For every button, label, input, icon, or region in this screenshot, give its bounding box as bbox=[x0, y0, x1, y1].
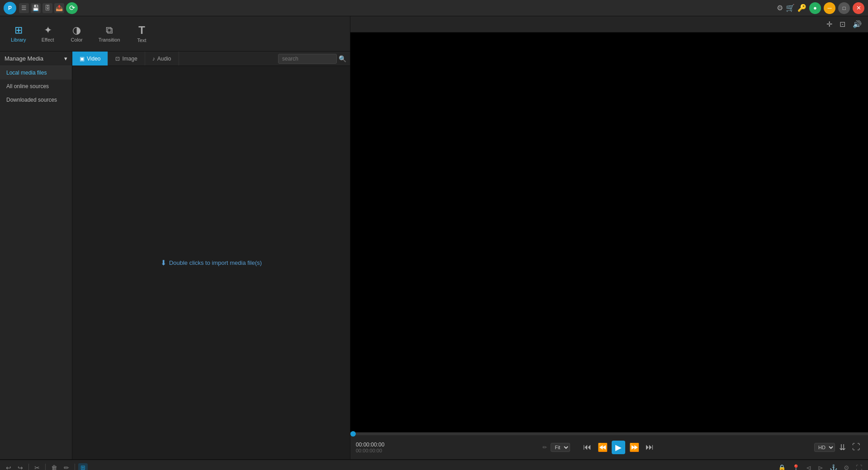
toolbar-library[interactable]: ⊞ Library bbox=[5, 23, 33, 45]
prev-frame-icon[interactable]: ⏪ bbox=[595, 442, 610, 453]
save-icon[interactable]: 💾 bbox=[31, 3, 41, 13]
timeline-anchor-icon[interactable]: ⚓ bbox=[827, 463, 840, 470]
update-icon[interactable]: ⟳ bbox=[66, 2, 78, 14]
text-icon: T bbox=[138, 25, 145, 36]
manage-media-header[interactable]: Manage Media ▾ bbox=[0, 52, 72, 66]
content-area: ▣ Video ⊡ Image ♪ Audio 🔍 bbox=[72, 52, 350, 459]
preview-canvas bbox=[350, 33, 868, 432]
tab-video[interactable]: ▣ Video bbox=[72, 52, 108, 66]
toolbar-text[interactable]: T Text bbox=[128, 22, 156, 46]
search-area: 🔍 bbox=[278, 54, 350, 64]
right-panel: ✛ ⊡ 🔊 00:00:00:00 00:00:00:00 ✏ Fit ⏮ bbox=[350, 16, 868, 459]
play-button[interactable]: ▶ bbox=[612, 441, 625, 454]
toolbar-color[interactable]: ◑ Color bbox=[63, 23, 90, 45]
left-panel: ⊞ Library ✦ Effect ◑ Color ⧉ Transition … bbox=[0, 16, 350, 459]
video-tab-icon: ▣ bbox=[80, 56, 85, 62]
volume-tool-icon[interactable]: 🔊 bbox=[851, 19, 863, 29]
audio-tab-icon: ♪ bbox=[152, 56, 155, 62]
timeline-toolbar: ↩ ↪ ✂ 🗑 ✏ ⊞ 🔒 📍 ⊲ ⊳ ⚓ ⚙ ⛶ bbox=[0, 460, 868, 470]
sidebar-item-downloaded[interactable]: Downloaded sources bbox=[0, 93, 72, 107]
timeline-fullscreen-icon[interactable]: ⛶ bbox=[854, 463, 864, 470]
toolbar: ⊞ Library ✦ Effect ◑ Color ⧉ Transition … bbox=[0, 16, 350, 52]
minimize-button[interactable]: ─ bbox=[824, 2, 835, 14]
settings-icon[interactable]: ⚙ bbox=[777, 4, 783, 12]
titlebar: P ☰ 💾 🗄 📤 ⟳ ⚙ 🛒 🔑 ● ─ □ ✕ bbox=[0, 0, 868, 16]
chevron-down-icon: ▾ bbox=[64, 55, 67, 62]
maximize-button[interactable]: □ bbox=[838, 2, 850, 14]
redo-button[interactable]: ↪ bbox=[15, 463, 25, 470]
crop-tool-icon[interactable]: ⊡ bbox=[838, 19, 847, 29]
media-content[interactable]: ⬇ Double clicks to import media file(s) bbox=[72, 66, 350, 459]
skip-to-start-icon[interactable]: ⏮ bbox=[581, 442, 594, 453]
timeline-right-btns: 🔒 📍 ⊲ ⊳ ⚓ ⚙ ⛶ bbox=[776, 463, 864, 470]
sidebar: Manage Media ▾ Local media files All onl… bbox=[0, 52, 72, 459]
timeline-pin-icon[interactable]: 📍 bbox=[790, 463, 802, 470]
timeline-mark-in-icon[interactable]: ⊲ bbox=[804, 463, 814, 470]
import-hint: ⬇ Double clicks to import media file(s) bbox=[160, 258, 262, 267]
snap-button[interactable]: ⊞ bbox=[78, 463, 88, 470]
timeline-lock-icon[interactable]: 🔒 bbox=[776, 463, 788, 470]
sidebar-item-online[interactable]: All online sources bbox=[0, 80, 72, 93]
toolbar-divider-2 bbox=[45, 464, 46, 470]
save-as-icon[interactable]: 🗄 bbox=[42, 3, 52, 13]
fit-select[interactable]: Fit bbox=[551, 443, 570, 452]
toolbar-effect[interactable]: ✦ Effect bbox=[34, 23, 61, 45]
tab-audio[interactable]: ♪ Audio bbox=[145, 52, 179, 66]
delete-button[interactable]: 🗑 bbox=[49, 463, 60, 470]
expand-icon[interactable]: ⇊ bbox=[837, 442, 848, 453]
toolbar-divider-3 bbox=[75, 464, 75, 470]
move-tool-icon[interactable]: ✛ bbox=[825, 19, 834, 29]
window-controls: ⚙ 🛒 🔑 ● ─ □ ✕ bbox=[777, 2, 864, 14]
preview-controls: 00:00:00:00 00:00:00:00 ✏ Fit ⏮ ⏪ ▶ ⏩ ⏭ … bbox=[350, 432, 868, 459]
timeline-mark-out-icon[interactable]: ⊳ bbox=[816, 463, 826, 470]
toolbar-transition[interactable]: ⧉ Transition bbox=[92, 23, 127, 45]
tab-image[interactable]: ⊡ Image bbox=[108, 52, 145, 66]
close-button[interactable]: ✕ bbox=[853, 2, 864, 14]
sidebar-item-local[interactable]: Local media files bbox=[0, 66, 72, 80]
image-tab-icon: ⊡ bbox=[115, 56, 120, 62]
transition-icon: ⧉ bbox=[106, 25, 113, 35]
preview-buttons: 00:00:00:00 00:00:00:00 ✏ Fit ⏮ ⏪ ▶ ⏩ ⏭ … bbox=[350, 435, 868, 459]
store-icon[interactable]: 🛒 bbox=[786, 4, 795, 12]
key-icon[interactable]: 🔑 bbox=[797, 4, 807, 12]
seekbar[interactable] bbox=[350, 432, 868, 435]
color-icon: ◑ bbox=[72, 25, 81, 35]
search-input[interactable] bbox=[278, 54, 337, 64]
search-icon[interactable]: 🔍 bbox=[339, 55, 346, 62]
media-panel: Manage Media ▾ Local media files All onl… bbox=[0, 52, 350, 459]
time-display: 00:00:00:00 00:00:00:00 bbox=[356, 442, 384, 453]
media-tabs: ▣ Video ⊡ Image ♪ Audio 🔍 bbox=[72, 52, 350, 66]
preview-toolbar: ✛ ⊡ 🔊 bbox=[350, 16, 868, 33]
quality-select[interactable]: HD bbox=[814, 443, 835, 452]
user-icon[interactable]: ● bbox=[809, 2, 821, 14]
cut-button[interactable]: ✂ bbox=[32, 463, 42, 470]
timeline-settings-icon[interactable]: ⚙ bbox=[841, 463, 852, 470]
skip-to-end-icon[interactable]: ⏭ bbox=[643, 442, 656, 453]
edit-time-icon[interactable]: ✏ bbox=[542, 444, 547, 451]
fullscreen-icon[interactable]: ⛶ bbox=[850, 442, 863, 453]
export-icon[interactable]: 📤 bbox=[54, 3, 64, 13]
main-layout: ⊞ Library ✦ Effect ◑ Color ⧉ Transition … bbox=[0, 16, 868, 459]
next-frame-icon[interactable]: ⏩ bbox=[627, 442, 642, 453]
timeline-section: ↩ ↪ ✂ 🗑 ✏ ⊞ 🔒 📍 ⊲ ⊳ ⚓ ⚙ ⛶ + Add Track bbox=[0, 459, 868, 470]
app-logo: P bbox=[4, 2, 16, 14]
effect-icon: ✦ bbox=[44, 25, 52, 35]
download-icon: ⬇ bbox=[160, 258, 166, 267]
hamburger-icon[interactable]: ☰ bbox=[19, 3, 29, 13]
toolbar-divider-1 bbox=[28, 464, 29, 470]
trim-button[interactable]: ✏ bbox=[61, 463, 71, 470]
seekbar-thumb[interactable] bbox=[350, 431, 356, 437]
undo-button[interactable]: ↩ bbox=[4, 463, 14, 470]
library-icon: ⊞ bbox=[14, 25, 23, 35]
